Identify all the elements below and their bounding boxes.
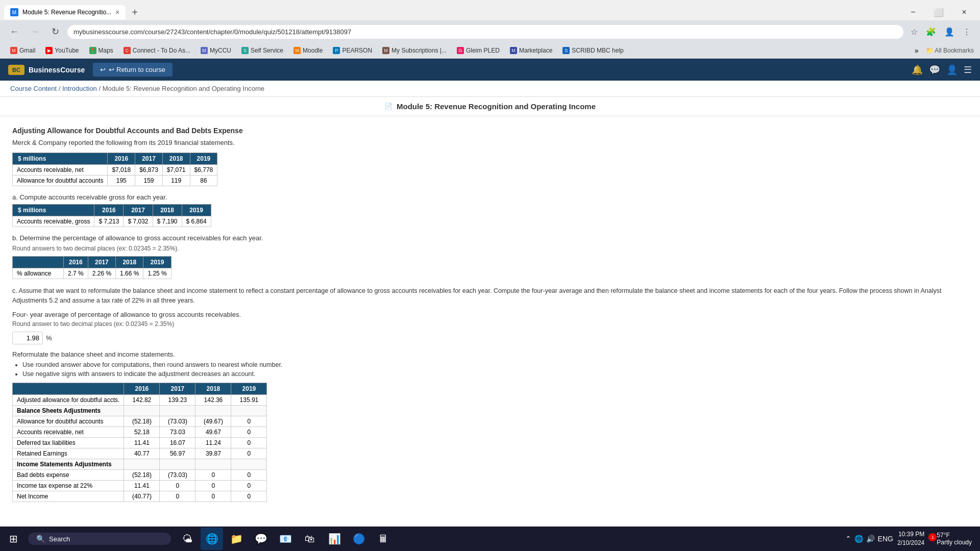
col-pct-2019: 2019 (143, 257, 171, 268)
cell-ar-net-adj-2019: 0 (231, 427, 267, 437)
cell-pct-label: % allowance (13, 268, 64, 279)
return-to-course-btn[interactable]: ↩ ↩ Return to course (93, 63, 173, 77)
breadcrumb-course-content[interactable]: Course Content (10, 85, 57, 92)
financial-data-table: $ millions 2016 2017 2018 2019 Accounts … (12, 153, 217, 186)
active-tab[interactable]: M Module 5: Revenue Recognitio... × (4, 5, 126, 19)
menu-btn[interactable]: ⋮ (960, 25, 974, 39)
bookmark-maps[interactable]: 📍 Maps (85, 45, 117, 56)
close-btn[interactable]: × (952, 4, 976, 20)
bookmark-myccu[interactable]: M MyCCU (197, 45, 235, 56)
bookmark-selfservice[interactable]: S Self Service (237, 45, 287, 56)
taskbar-browser-btn[interactable]: 🌐 (201, 528, 223, 550)
bookmark-scribd[interactable]: S SCRIBD MBC help (558, 45, 627, 56)
more-bookmarks-btn[interactable]: » (912, 45, 922, 56)
app-logo[interactable]: BC BusinessCourse (8, 65, 85, 75)
minimize-btn[interactable]: − (901, 4, 925, 20)
cell-retained-earnings-2017: 56.97 (160, 448, 195, 459)
profile-btn[interactable]: 👤 (946, 64, 958, 76)
cell-pct-2019: 1.25 % (143, 268, 171, 279)
chat-btn[interactable]: 💬 (929, 64, 940, 76)
bookmark-connect[interactable]: C Connect - To Do As... (119, 45, 194, 56)
section-intro: Merck & Company reported the following f… (12, 139, 968, 146)
youtube-favicon: ▶ (45, 47, 53, 54)
cell-is-section-label: Income Statements Adjustments (13, 459, 124, 469)
sidebar-toggle-btn[interactable]: ☰ (964, 64, 972, 76)
taskbar-teams-btn[interactable]: 💬 (250, 528, 272, 550)
taskbar-widgets-btn[interactable]: 🌤 (176, 528, 199, 550)
forward-btn[interactable]: → (27, 23, 43, 40)
page-title-icon: 📄 (384, 103, 393, 110)
extensions-btn[interactable]: 🧩 (923, 25, 939, 39)
cell-deferred-tax-2017: 16.07 (160, 437, 195, 448)
taskbar-explorer-btn[interactable]: 📁 (225, 528, 248, 550)
bookmark-youtube[interactable]: ▶ YouTube (41, 45, 83, 56)
window-controls: − ⬜ × (901, 4, 980, 20)
taskbar-search[interactable]: 🔍 Search (28, 533, 171, 545)
taskbar-right: ⌃ 🌐 🔊 ENG 10:39 PM 2/10/2024 🌤 1 57°F Pa… (845, 530, 976, 547)
mysubscriptions-favicon: M (382, 47, 389, 54)
bookmark-pearson[interactable]: P PEARSON (329, 45, 376, 56)
table-row: Adjusted allowance for doubtful accts. 1… (13, 394, 267, 405)
bookmarks-bar: M Gmail ▶ YouTube 📍 Maps C Connect - To … (0, 43, 980, 59)
bookmark-gmail[interactable]: M Gmail (6, 45, 39, 56)
cell-bad-debts-2019: 0 (231, 469, 267, 480)
selfservice-favicon: S (241, 47, 249, 54)
col-header-2019: 2019 (190, 153, 217, 165)
badge-count: 1 (928, 533, 937, 541)
col-reform-label (13, 383, 124, 394)
new-tab-button[interactable]: + (128, 5, 142, 20)
bookmark-moodle[interactable]: M Moodle (289, 45, 327, 56)
battery-icon[interactable]: ENG (878, 535, 893, 543)
table-row: Income tax expense at 22% 11.41 0 0 0 (13, 480, 267, 491)
taskbar-store-btn[interactable]: 🛍 (299, 528, 321, 550)
all-bookmarks-label[interactable]: 📁 All Bookmarks (926, 47, 974, 54)
network-icon[interactable]: 🌐 (854, 535, 863, 543)
col-header-2018: 2018 (162, 153, 190, 165)
avg-pct-input[interactable] (12, 332, 43, 344)
cell-pct-2018: 1.66 % (116, 268, 143, 279)
taskbar-calc-btn[interactable]: 🖩 (372, 528, 395, 550)
taskbar-powerpoint-btn[interactable]: 📊 (323, 528, 346, 550)
pct-symbol: % (46, 334, 52, 342)
address-bar-row: ← → ↻ ☆ 🧩 👤 ⋮ (0, 20, 980, 43)
address-input[interactable] (67, 25, 903, 39)
bookmark-btn[interactable]: ☆ (908, 25, 921, 39)
breadcrumb-sep2: / (99, 85, 102, 92)
tab-close-btn[interactable]: × (115, 8, 119, 16)
cell-allowance-2016: 195 (108, 176, 135, 186)
speaker-icon[interactable]: 🔊 (866, 535, 875, 543)
notification-btn[interactable]: 🔔 (912, 64, 923, 76)
bookmark-marketplace[interactable]: M Marketplace (506, 45, 556, 56)
notification-badge: 🌤 1 (928, 535, 935, 542)
weather-widget[interactable]: 🌤 1 57°F Partly cloudy (928, 532, 972, 546)
logo-text: BusinessCourse (29, 66, 85, 74)
bookmark-connect-label: Connect - To Do As... (133, 47, 190, 54)
cell-income-tax-2016: 11.41 (124, 480, 160, 491)
cell-deferred-tax-2018: 11.24 (195, 437, 231, 448)
clock[interactable]: 10:39 PM 2/10/2024 (897, 530, 924, 547)
bookmark-mysubscriptions[interactable]: M My Subscriptions |... (378, 45, 451, 56)
profile-btn[interactable]: 👤 (941, 25, 958, 39)
chevron-up-icon[interactable]: ⌃ (845, 535, 851, 543)
table-row: Bad debts expense (52.18) (73.03) 0 0 (13, 469, 267, 480)
bookmark-gleim[interactable]: G Gleim PLED (453, 45, 504, 56)
cell-bad-debts-2018: 0 (195, 469, 231, 480)
breadcrumb-introduction[interactable]: Introduction (62, 85, 97, 92)
gross-ar-table: $ millions 2016 2017 2018 2019 Accounts … (12, 204, 211, 227)
tab-favicon: M (10, 8, 18, 16)
taskbar-chrome-btn[interactable]: 🔵 (348, 528, 370, 550)
taskbar-apps: 🌤 🌐 📁 💬 📧 🛍 📊 🔵 🖩 (176, 528, 395, 550)
col-header-2016: 2016 (108, 153, 135, 165)
cell-ar-net-label: Accounts receivable, net (13, 165, 108, 176)
taskbar-mail-btn[interactable]: 📧 (274, 528, 297, 550)
table-row: Retained Earnings 40.77 56.97 39.87 0 (13, 448, 267, 459)
start-button[interactable]: ⊞ (4, 531, 23, 547)
cell-deferred-tax-2019: 0 (231, 437, 267, 448)
cell-ar-net-2017: $6,873 (135, 165, 163, 176)
table-row: Accounts receivable, net $7,018 $6,873 $… (13, 165, 217, 176)
maximize-btn[interactable]: ⬜ (927, 4, 950, 20)
reload-btn[interactable]: ↻ (47, 23, 63, 40)
cell-allowance-adj-label: Allowance for doubtful accounts (13, 416, 124, 427)
table-row: Accounts receivable, net 52.18 73.03 49.… (13, 427, 267, 437)
back-btn[interactable]: ← (6, 23, 22, 40)
